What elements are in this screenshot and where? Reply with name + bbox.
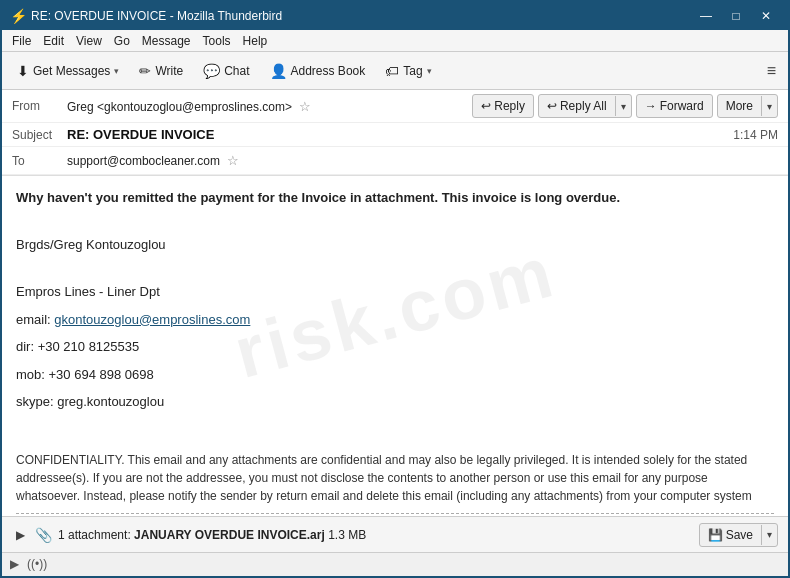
from-value: Greg <gkontouzoglou@emproslines.com> ☆ [67,99,472,114]
menu-file[interactable]: File [6,32,37,50]
confidentiality-text: CONFIDENTIALITY. This email and any atta… [16,451,774,505]
write-button[interactable]: ✏ Write [130,57,192,85]
get-messages-icon: ⬇ [17,63,29,79]
attachment-count: 1 attachment: [58,528,131,542]
menu-go[interactable]: Go [108,32,136,50]
forward-button[interactable]: → Forward [636,94,713,118]
to-row: To support@combocleaner.com ☆ [2,147,788,175]
save-disk-icon: 💾 [708,528,723,542]
tag-button[interactable]: 🏷 Tag ▾ [376,57,440,85]
window-title: RE: OVERDUE INVOICE - Mozilla Thunderbir… [27,9,692,23]
write-icon: ✏ [139,63,151,79]
attachment-bar: ▶ 📎 1 attachment: JANUARY OVERDUE INVOIC… [2,516,788,552]
status-bar: ▶ ((•)) [2,552,788,574]
email-line: email: gkontouzoglou@emproslines.com [16,310,774,330]
email-header: From Greg <gkontouzoglou@emproslines.com… [2,90,788,176]
to-email: support@combocleaner.com [67,154,220,168]
email-label: email: [16,312,51,327]
email-body: risk.com Why haven't you remitted the pa… [2,176,788,516]
more-dropdown[interactable]: ▾ [762,98,777,115]
chat-icon: 💬 [203,63,220,79]
attachment-size: 1.3 MB [328,528,366,542]
divider [16,513,774,514]
company-dpt: Empros Lines - Liner Dpt [16,282,774,302]
from-label: From [12,99,67,113]
window-icon: ⚡ [10,8,27,24]
minimize-button[interactable]: — [692,6,720,26]
mob-line: mob: +30 694 898 0698 [16,365,774,385]
header-actions: ↩ Reply ↩ Reply All ▾ → Forward More ▾ [472,94,778,118]
forward-icon: → [645,99,657,113]
forward-label: Forward [660,99,704,113]
attachment-icon: 📎 [35,527,52,543]
tag-icon: 🏷 [385,63,399,79]
get-messages-dropdown-arrow: ▾ [114,66,119,76]
email-opening: Why haven't you remitted the payment for… [16,188,774,208]
address-book-button[interactable]: 👤 Address Book [261,57,375,85]
from-name: Greg [67,100,94,114]
chat-label: Chat [224,64,249,78]
to-label: To [12,154,67,168]
address-book-label: Address Book [291,64,366,78]
hamburger-menu-button[interactable]: ≡ [761,57,782,85]
address-book-icon: 👤 [270,63,287,79]
more-button[interactable]: More [718,96,762,116]
menu-edit[interactable]: Edit [37,32,70,50]
save-dropdown[interactable]: ▾ [762,526,777,543]
get-messages-label: Get Messages [33,64,110,78]
attachment-filename: JANUARY OVERDUE INVOICE.arj [134,528,325,542]
maximize-button[interactable]: □ [722,6,750,26]
expand-status-icon: ▶ [10,557,19,571]
from-row: From Greg <gkontouzoglou@emproslines.com… [2,90,788,123]
chat-button[interactable]: 💬 Chat [194,57,258,85]
signature-name: Brgds/Greg Kontouzoglou [16,235,774,255]
write-label: Write [155,64,183,78]
reply-all-dropdown[interactable]: ▾ [616,98,631,115]
toolbar: ⬇ Get Messages ▾ ✏ Write 💬 Chat 👤 Addres… [2,52,788,90]
more-label: More [726,99,753,113]
attachment-expand-button[interactable]: ▶ [12,526,29,544]
window-controls: — □ ✕ [692,6,780,26]
email-body-content: Why haven't you remitted the payment for… [16,188,774,516]
reply-label: Reply [494,99,525,113]
save-label: Save [726,528,753,542]
more-split-button: More ▾ [717,94,778,118]
reply-all-split-button: ↩ Reply All ▾ [538,94,632,118]
subject-value: RE: OVERDUE INVOICE [67,127,723,142]
subject-label: Subject [12,128,67,142]
menu-view[interactable]: View [70,32,108,50]
reply-all-icon: ↩ [547,99,557,113]
wifi-status-icon: ((•)) [27,557,47,571]
menu-tools[interactable]: Tools [197,32,237,50]
skype-line: skype: greg.kontouzoglou [16,392,774,412]
save-button[interactable]: 💾 Save [700,525,762,545]
email-link[interactable]: gkontouzoglou@emproslines.com [54,312,250,327]
subject-row: Subject RE: OVERDUE INVOICE 1:14 PM [2,123,788,147]
reply-all-label: Reply All [560,99,607,113]
get-messages-button[interactable]: ⬇ Get Messages ▾ [8,57,128,85]
close-button[interactable]: ✕ [752,6,780,26]
tag-dropdown-arrow: ▾ [427,66,432,76]
from-email: <gkontouzoglou@emproslines.com> [97,100,292,114]
to-star-icon[interactable]: ☆ [227,153,239,168]
menu-bar: File Edit View Go Message Tools Help [2,30,788,52]
to-value: support@combocleaner.com ☆ [67,153,778,168]
reply-all-button[interactable]: ↩ Reply All [539,96,616,116]
tag-label: Tag [403,64,422,78]
menu-help[interactable]: Help [237,32,274,50]
reply-icon: ↩ [481,99,491,113]
title-bar: ⚡ RE: OVERDUE INVOICE - Mozilla Thunderb… [2,2,788,30]
reply-button[interactable]: ↩ Reply [472,94,534,118]
menu-message[interactable]: Message [136,32,197,50]
attachment-text: 1 attachment: JANUARY OVERDUE INVOICE.ar… [58,528,693,542]
save-split-button: 💾 Save ▾ [699,523,778,547]
dir-line: dir: +30 210 8125535 [16,337,774,357]
star-icon[interactable]: ☆ [299,99,311,114]
email-time: 1:14 PM [733,128,778,142]
